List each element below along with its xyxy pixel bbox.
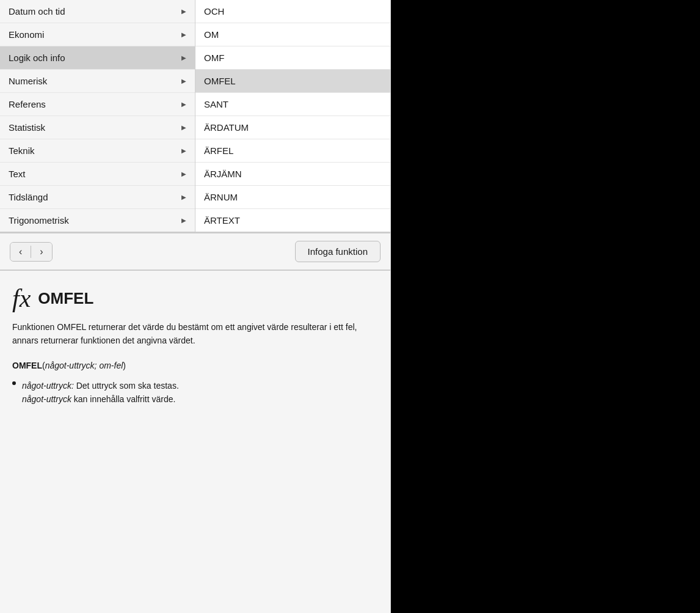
chevron-right-icon: ▶ (181, 171, 186, 177)
bullet-cont-em: något-uttryck (22, 394, 71, 404)
chevron-right-icon: ▶ (181, 217, 186, 224)
syntax-args: något-uttryck; om-fel (45, 361, 123, 370)
bullet-term: något-uttryck: (22, 381, 74, 391)
function-item-och[interactable]: OCH (195, 0, 390, 23)
category-label: Logik och info (9, 53, 65, 63)
category-item-statistisk[interactable]: Statistisk▶ (0, 116, 195, 139)
syntax-line: OMFEL(något-uttryck; om-fel) (12, 359, 378, 372)
category-label: Referens (9, 99, 46, 109)
function-item-omfel[interactable]: OMFEL (195, 70, 390, 93)
category-item-referens[interactable]: Referens▶ (0, 93, 195, 116)
category-label: Text (9, 169, 26, 179)
right-panel (391, 0, 700, 613)
function-item-arjamn[interactable]: ÄRJÄMN (195, 163, 390, 186)
category-item-text[interactable]: Text▶ (0, 163, 195, 186)
function-item-ardatum[interactable]: ÄRDATUM (195, 116, 390, 139)
syntax-func-name: OMFEL (12, 361, 42, 370)
bullet-item-1: något-uttryck: Det uttryck som ska testa… (12, 380, 378, 406)
bullet-section: något-uttryck: Det uttryck som ska testa… (12, 380, 378, 406)
function-title: OMFEL (38, 289, 93, 308)
main-panel: Datum och tid▶Ekonomi▶Logik och info▶Num… (0, 0, 391, 613)
prev-button[interactable]: ‹ (10, 243, 31, 261)
category-item-numerisk[interactable]: Numerisk▶ (0, 70, 195, 93)
function-item-omf[interactable]: OMF (195, 46, 390, 70)
description-section: fx OMFEL Funktionen OMFEL returnerar det… (0, 271, 390, 613)
category-label: Teknik (9, 145, 35, 156)
lists-section: Datum och tid▶Ekonomi▶Logik och info▶Num… (0, 0, 390, 232)
category-label: Tidslängd (9, 192, 48, 202)
chevron-right-icon: ▶ (181, 101, 186, 108)
chevron-right-icon: ▶ (181, 78, 186, 84)
category-label: Datum och tid (9, 6, 65, 17)
toolbar: ‹ › Infoga funktion (0, 233, 390, 270)
category-label: Numerisk (9, 76, 47, 86)
category-item-datum-och-tid[interactable]: Datum och tid▶ (0, 0, 195, 23)
insert-function-button[interactable]: Infoga funktion (295, 241, 381, 262)
category-item-tidslangd[interactable]: Tidslängd▶ (0, 186, 195, 209)
chevron-right-icon: ▶ (181, 147, 186, 154)
next-button[interactable]: › (31, 243, 51, 261)
function-item-arfel[interactable]: ÄRFEL (195, 139, 390, 163)
nav-buttons: ‹ › (10, 242, 53, 262)
description-body: Funktionen OMFEL returnerar det värde du… (12, 321, 378, 347)
bullet-cont-rest: kan innehålla valfritt värde. (71, 394, 175, 404)
bullet-dot (12, 381, 16, 385)
chevron-right-icon: ▶ (181, 194, 186, 200)
function-item-artext[interactable]: ÄRTEXT (195, 209, 390, 232)
category-label: Ekonomi (9, 29, 44, 40)
function-list: OCHOMOMFOMFELSANTÄRDATUMÄRFELÄRJÄMNÄRNUM… (195, 0, 390, 232)
category-item-teknik[interactable]: Teknik▶ (0, 139, 195, 163)
category-item-logik-och-info[interactable]: Logik och info▶ (0, 46, 195, 70)
fx-header: fx OMFEL (12, 285, 378, 311)
category-list: Datum och tid▶Ekonomi▶Logik och info▶Num… (0, 0, 195, 232)
bullet-desc-text: Det uttryck som ska testas. (76, 381, 179, 391)
function-item-sant[interactable]: SANT (195, 93, 390, 116)
function-item-arnum[interactable]: ÄRNUM (195, 186, 390, 209)
fx-icon: fx (12, 285, 31, 311)
category-label: Trigonometrisk (9, 215, 69, 226)
category-item-ekonomi[interactable]: Ekonomi▶ (0, 23, 195, 46)
bullet-text: något-uttryck: Det uttryck som ska testa… (22, 380, 179, 406)
chevron-right-icon: ▶ (181, 54, 186, 61)
chevron-right-icon: ▶ (181, 31, 186, 38)
chevron-right-icon: ▶ (181, 124, 186, 131)
category-label: Statistisk (9, 122, 45, 133)
chevron-right-icon: ▶ (181, 8, 186, 15)
category-item-trigonometrisk[interactable]: Trigonometrisk▶ (0, 209, 195, 232)
function-item-om[interactable]: OM (195, 23, 390, 46)
